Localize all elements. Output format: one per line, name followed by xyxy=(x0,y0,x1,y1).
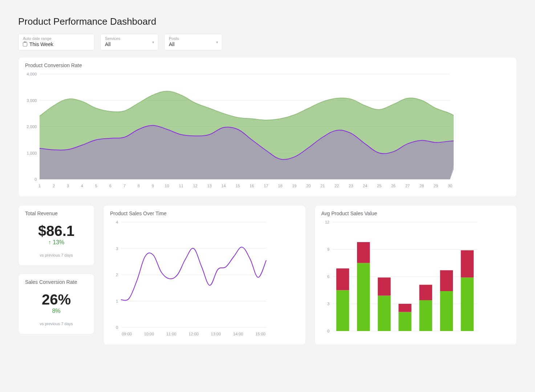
svg-text:3: 3 xyxy=(116,246,118,251)
svg-text:14:00: 14:00 xyxy=(233,332,243,336)
svg-rect-79 xyxy=(461,278,473,331)
svg-text:4,000: 4,000 xyxy=(27,72,37,76)
svg-text:15: 15 xyxy=(235,184,240,188)
posts-picker[interactable]: Posts All ▾ xyxy=(164,34,222,50)
convrate-value: 26% xyxy=(25,291,88,308)
svg-text:16: 16 xyxy=(250,184,254,188)
svg-text:09:00: 09:00 xyxy=(122,332,132,336)
svg-text:5: 5 xyxy=(95,184,97,188)
svg-rect-70 xyxy=(357,242,370,263)
svg-rect-78 xyxy=(440,270,453,291)
svg-text:20: 20 xyxy=(306,184,311,188)
svg-rect-74 xyxy=(398,304,411,312)
svg-text:15:00: 15:00 xyxy=(255,332,266,336)
chevron-down-icon: ▾ xyxy=(216,40,218,45)
svg-text:1: 1 xyxy=(38,184,41,188)
svg-rect-73 xyxy=(398,312,411,331)
svg-text:10:00: 10:00 xyxy=(144,332,154,336)
svg-text:4: 4 xyxy=(81,184,83,188)
svg-text:27: 27 xyxy=(405,184,410,188)
avg-chart[interactable]: 036912 xyxy=(321,219,481,338)
svg-text:19: 19 xyxy=(292,184,296,188)
svg-text:2: 2 xyxy=(116,273,118,277)
services-label: Services xyxy=(105,36,154,41)
svg-rect-76 xyxy=(419,285,432,301)
date-range-label: Auto date range xyxy=(23,36,90,41)
svg-text:9: 9 xyxy=(152,184,154,188)
svg-text:14: 14 xyxy=(221,184,226,188)
revenue-card: Total Revenue $86.1 ↑ 13% vs previous 7 … xyxy=(18,205,94,266)
svg-rect-69 xyxy=(357,263,370,331)
revenue-title: Total Revenue xyxy=(25,211,88,216)
svg-text:30: 30 xyxy=(448,184,452,188)
filter-bar: Auto date range This Week Services All ▾… xyxy=(18,34,517,50)
conversion-card: Product Conversion Rate 01,0002,0003,000… xyxy=(18,57,517,197)
svg-rect-75 xyxy=(419,300,432,331)
chevron-down-icon: ▾ xyxy=(152,40,154,45)
svg-text:0: 0 xyxy=(35,177,37,181)
revenue-sub: vs previous 7 days xyxy=(25,253,88,257)
svg-text:18: 18 xyxy=(278,184,282,188)
conversion-title: Product Conversion Rate xyxy=(25,62,510,68)
sales-chart[interactable]: 0123409:0010:0011:0012:0013:0014:0015:00 xyxy=(110,219,270,338)
svg-text:0: 0 xyxy=(116,325,118,330)
revenue-value: $86.1 xyxy=(25,223,88,239)
svg-text:3,000: 3,000 xyxy=(27,98,37,103)
posts-value: All xyxy=(169,41,175,47)
svg-text:22: 22 xyxy=(335,184,339,188)
svg-text:0: 0 xyxy=(327,329,329,333)
revenue-delta: ↑ 13% xyxy=(25,239,88,246)
svg-text:9: 9 xyxy=(327,247,329,252)
date-range-value: This Week xyxy=(29,41,53,47)
services-picker[interactable]: Services All ▾ xyxy=(100,34,158,50)
avg-title: Avg Product Sales Value xyxy=(321,211,510,216)
services-value: All xyxy=(105,41,111,47)
posts-label: Posts xyxy=(169,36,218,41)
svg-rect-72 xyxy=(378,278,390,296)
svg-text:8: 8 xyxy=(138,184,140,188)
svg-rect-67 xyxy=(336,290,349,331)
svg-text:10: 10 xyxy=(165,184,169,188)
calendar-icon xyxy=(23,42,27,46)
svg-text:1,000: 1,000 xyxy=(27,151,37,155)
svg-text:1: 1 xyxy=(116,299,118,303)
svg-rect-77 xyxy=(440,291,453,331)
sales-card: Product Sales Over Time 0123409:0010:001… xyxy=(103,205,306,345)
svg-rect-68 xyxy=(336,269,349,290)
svg-text:24: 24 xyxy=(363,184,367,188)
svg-text:11: 11 xyxy=(179,184,183,188)
svg-text:7: 7 xyxy=(123,184,126,188)
svg-text:6: 6 xyxy=(327,274,329,279)
svg-text:3: 3 xyxy=(327,302,329,306)
svg-text:21: 21 xyxy=(320,184,325,188)
convrate-card: Sales Conversion Rate 26% 8% vs previous… xyxy=(18,274,94,334)
svg-text:4: 4 xyxy=(116,220,118,224)
svg-text:17: 17 xyxy=(264,184,268,188)
svg-text:23: 23 xyxy=(349,184,353,188)
svg-text:28: 28 xyxy=(420,184,424,188)
convrate-title: Sales Conversion Rate xyxy=(25,279,88,285)
sales-title: Product Sales Over Time xyxy=(110,211,299,216)
svg-text:13:00: 13:00 xyxy=(211,332,221,336)
svg-text:12: 12 xyxy=(325,220,329,224)
avg-card: Avg Product Sales Value 036912 xyxy=(315,205,517,345)
svg-rect-80 xyxy=(461,250,473,278)
svg-text:12: 12 xyxy=(193,184,197,188)
svg-text:2,000: 2,000 xyxy=(27,124,37,129)
page-title: Product Performance Dashboard xyxy=(18,16,517,27)
svg-text:13: 13 xyxy=(207,184,211,188)
convrate-delta: 8% xyxy=(25,308,88,314)
svg-text:3: 3 xyxy=(67,184,69,188)
svg-text:12:00: 12:00 xyxy=(189,332,199,336)
conversion-chart[interactable]: 01,0002,0003,0004,0001234567891011121314… xyxy=(25,70,454,190)
svg-text:29: 29 xyxy=(434,184,438,188)
svg-text:25: 25 xyxy=(377,184,381,188)
svg-text:26: 26 xyxy=(391,184,396,188)
svg-text:11:00: 11:00 xyxy=(166,332,177,336)
svg-rect-71 xyxy=(378,296,390,331)
date-range-picker[interactable]: Auto date range This Week xyxy=(18,34,94,50)
svg-text:6: 6 xyxy=(109,184,112,188)
svg-text:2: 2 xyxy=(53,184,55,188)
convrate-sub: vs previous 7 days xyxy=(25,322,88,326)
